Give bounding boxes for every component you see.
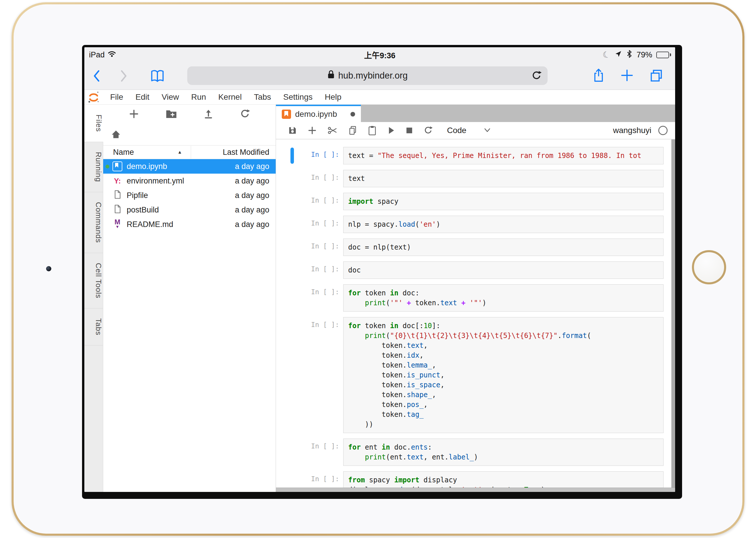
- file-browser-toolbar: [103, 105, 276, 125]
- tabs-overview-icon[interactable]: [649, 68, 664, 83]
- share-icon[interactable]: [592, 68, 605, 84]
- save-icon[interactable]: [288, 126, 297, 135]
- file-icon: [111, 190, 124, 201]
- file-name: environment.yml: [127, 177, 197, 186]
- cell-prompt: In [ ]:: [276, 193, 343, 204]
- sidebar-tab-files[interactable]: Files: [84, 105, 103, 142]
- left-sidebar-tabs: FilesRunningCommandsCell ToolsTabs: [84, 105, 103, 492]
- code-cell-10[interactable]: In [ ]:from spacy import displacydisplac…: [276, 471, 664, 488]
- home-button[interactable]: [692, 250, 726, 284]
- lock-icon: [327, 70, 335, 81]
- code-cell-7[interactable]: In [ ]:for token in doc: print('"' + tok…: [276, 284, 664, 312]
- menu-edit[interactable]: Edit: [129, 92, 155, 101]
- vertical-scrollbar[interactable]: [671, 139, 675, 488]
- file-row-pipfile[interactable]: Pipfilea day ago: [103, 188, 276, 203]
- file-name: README.md: [127, 220, 197, 229]
- column-name[interactable]: Name ▲: [103, 148, 191, 157]
- chevron-down-icon: [484, 126, 491, 135]
- restart-kernel-icon[interactable]: [423, 126, 433, 135]
- cell-input-editor[interactable]: text = "The sequel, Yes, Prime Minister,…: [343, 147, 664, 164]
- active-cell-collapser[interactable]: [291, 147, 294, 164]
- code-cell-6[interactable]: In [ ]:doc: [276, 261, 664, 279]
- bookmarks-icon[interactable]: [150, 68, 165, 83]
- cut-cells-icon[interactable]: [327, 126, 338, 135]
- cell-input-editor[interactable]: for ent in doc.ents: print(ent.text, ent…: [343, 439, 664, 466]
- file-row-readme-md[interactable]: M▼README.mda day ago: [103, 217, 276, 232]
- file-modified: a day ago: [197, 177, 276, 186]
- cell-prompt: In [ ]:: [276, 439, 343, 450]
- sidebar-tab-running[interactable]: Running: [84, 142, 103, 192]
- file-modified: a day ago: [197, 205, 276, 215]
- cell-prompt: In [ ]:: [276, 170, 343, 181]
- copy-cells-icon[interactable]: [348, 125, 358, 136]
- file-row-demo-ipynb[interactable]: demo.ipynba day ago: [103, 159, 276, 174]
- code-cell-3[interactable]: In [ ]:import spacy: [276, 193, 664, 210]
- new-tab-icon[interactable]: [620, 68, 634, 83]
- horizontal-scrollbar[interactable]: [276, 488, 675, 492]
- code-cell-1[interactable]: In [ ]:text = "The sequel, Yes, Prime Mi…: [276, 147, 664, 164]
- code-cell-5[interactable]: In [ ]:doc = nlp(text): [276, 239, 664, 256]
- kernel-status-icon[interactable]: [658, 126, 668, 135]
- file-icon: [111, 204, 124, 216]
- upload-icon[interactable]: [203, 108, 214, 122]
- cell-input-editor[interactable]: for token in doc: print('"' + token.text…: [343, 284, 664, 312]
- cell-input-editor[interactable]: nlp = spacy.load('en'): [343, 216, 664, 233]
- column-last-modified[interactable]: Last Modified: [191, 146, 276, 159]
- cell-prompt: In [ ]:: [276, 147, 343, 158]
- sidebar-tab-tabs[interactable]: Tabs: [84, 308, 103, 346]
- run-cell-icon[interactable]: [387, 126, 396, 135]
- forward-button[interactable]: [119, 70, 129, 82]
- code-cell-8[interactable]: In [ ]:for token in doc[:10]: print("{0}…: [276, 317, 664, 433]
- paste-cells-icon[interactable]: [368, 125, 377, 136]
- cell-prompt: In [ ]:: [276, 284, 343, 296]
- refresh-file-list-icon[interactable]: [240, 108, 250, 122]
- cell-input-editor[interactable]: import spacy: [343, 193, 664, 210]
- cell-type-dropdown[interactable]: Code: [447, 126, 491, 135]
- cell-prompt: In [ ]:: [276, 216, 343, 227]
- file-modified: a day ago: [197, 191, 276, 200]
- menu-file[interactable]: File: [104, 92, 129, 101]
- address-bar[interactable]: hub.mybinder.org: [187, 66, 548, 85]
- cell-input-editor[interactable]: from spacy import displacydisplacy.rende…: [343, 471, 664, 488]
- stop-kernel-icon[interactable]: [405, 127, 413, 134]
- cell-input-editor[interactable]: text: [343, 170, 664, 187]
- sort-ascending-icon: ▲: [178, 150, 182, 155]
- menu-help[interactable]: Help: [319, 92, 348, 101]
- clock: 上午9:36: [84, 49, 675, 61]
- cell-input-editor[interactable]: for token in doc[:10]: print("{0}\t{1}\t…: [343, 317, 664, 433]
- sidebar-tab-commands[interactable]: Commands: [84, 192, 103, 253]
- kernel-user-label: wangshuyi: [613, 126, 651, 135]
- menu-run[interactable]: Run: [185, 92, 212, 101]
- menu-tabs[interactable]: Tabs: [248, 92, 277, 101]
- back-button[interactable]: [92, 70, 102, 82]
- code-cell-2[interactable]: In [ ]:text: [276, 170, 664, 187]
- menu-settings[interactable]: Settings: [277, 92, 319, 101]
- code-cell-9[interactable]: In [ ]:for ent in doc.ents: print(ent.te…: [276, 439, 664, 466]
- new-folder-icon[interactable]: [165, 109, 178, 121]
- file-row-environment-yml[interactable]: Y:environment.ymla day ago: [103, 174, 276, 188]
- ios-status-bar: iPad 上午9:36 ☾: [84, 47, 675, 62]
- menu-view[interactable]: View: [155, 92, 185, 101]
- cell-prompt: In [ ]:: [276, 471, 343, 483]
- sidebar-tab-cell-tools[interactable]: Cell Tools: [84, 253, 103, 308]
- cell-input-editor[interactable]: doc = nlp(text): [343, 239, 664, 256]
- screenshot-stage: iPad 上午9:36 ☾: [0, 0, 756, 538]
- file-modified: a day ago: [197, 220, 276, 229]
- main-dock-panel: demo.ipynb: [276, 105, 675, 492]
- menu-kernel[interactable]: Kernel: [212, 92, 248, 101]
- cell-prompt: In [ ]:: [276, 317, 343, 328]
- cell-input-editor[interactable]: doc: [343, 261, 664, 279]
- file-row-postbuild[interactable]: postBuilda day ago: [103, 203, 276, 217]
- home-icon[interactable]: [111, 129, 121, 141]
- file-name: demo.ipynb: [127, 162, 197, 171]
- notebook-toolbar: Code wangshuyi: [276, 122, 675, 139]
- insert-cell-icon[interactable]: [307, 126, 317, 135]
- file-name: postBuild: [127, 205, 197, 215]
- code-cell-4[interactable]: In [ ]:nlp = spacy.load('en'): [276, 216, 664, 233]
- markdown-icon: M▼: [111, 219, 124, 229]
- reload-button[interactable]: [531, 69, 542, 84]
- jupyterlab-app: FileEditViewRunKernelTabsSettingsHelp Fi…: [84, 90, 675, 492]
- new-launcher-icon[interactable]: [129, 108, 139, 122]
- tab-demo-ipynb[interactable]: demo.ipynb: [276, 105, 361, 122]
- cell-prompt: In [ ]:: [276, 239, 343, 250]
